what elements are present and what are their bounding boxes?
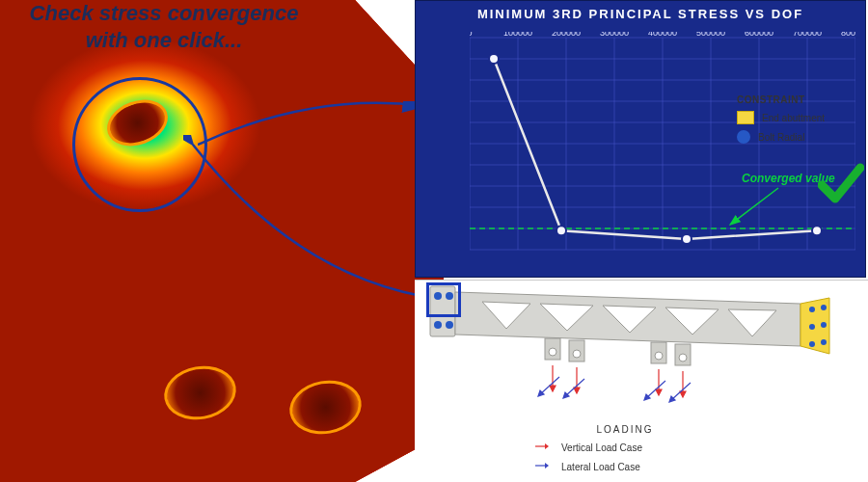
svg-text:0: 0: [470, 32, 473, 38]
headline-line2: with one click...: [86, 28, 243, 52]
svg-point-60: [679, 354, 687, 362]
legend-row: End abuttment: [737, 111, 862, 124]
svg-text:800000: 800000: [841, 32, 855, 38]
constraint-legend: CONSTRAINT End abuttment Bolt Radial: [737, 94, 862, 149]
bolt-radial-label: Bolt Radial: [758, 132, 804, 143]
svg-text:500000: 500000: [696, 32, 725, 38]
svg-line-65: [540, 377, 559, 394]
svg-text:300000: 300000: [600, 32, 629, 38]
svg-point-56: [573, 350, 581, 358]
headline-line1: Check stress convergence: [30, 1, 299, 25]
loading-legend: LOADING Vertical Load Case Lateral Load …: [529, 424, 721, 479]
svg-line-41: [730, 188, 778, 225]
vertical-arrow-icon: [529, 441, 554, 454]
end-abutment-label: End abuttment: [762, 113, 825, 123]
svg-point-50: [821, 322, 827, 328]
svg-point-51: [809, 341, 815, 347]
vertical-load-label: Vertical Load Case: [561, 442, 642, 453]
lateral-arrow-icon: [529, 460, 554, 473]
svg-point-49: [809, 324, 815, 330]
abutment-swatch: [737, 111, 754, 124]
chart-data-point: [489, 54, 499, 64]
legend-row: Lateral Load Case: [529, 460, 721, 473]
chart-data-point: [682, 234, 692, 244]
chart-plot-area: -36800-37000-37200-37400-37600-37800-380…: [470, 32, 855, 269]
svg-line-66: [565, 379, 584, 396]
svg-line-68: [671, 383, 691, 400]
chart-title: MINIMUM 3RD PRINCIPAL STRESS VS DOF: [416, 1, 865, 27]
loading-legend-title: LOADING: [529, 424, 721, 435]
chart-data-point: [556, 226, 566, 235]
headline-text: Check stress convergence with one click.…: [0, 0, 328, 53]
svg-line-67: [646, 381, 665, 398]
lateral-load-label: Lateral Load Case: [561, 462, 640, 472]
svg-point-47: [809, 307, 815, 312]
annotation-arrow-2: [183, 135, 444, 308]
svg-text:400000: 400000: [648, 32, 677, 38]
constraint-legend-title: CONSTRAINT: [737, 94, 862, 105]
svg-text:700000: 700000: [793, 32, 822, 38]
svg-text:100000: 100000: [503, 32, 532, 38]
legend-row: Bolt Radial: [737, 130, 862, 144]
svg-point-54: [549, 348, 556, 356]
svg-point-52: [821, 339, 827, 345]
svg-point-48: [821, 305, 827, 310]
highlight-rectangle: [426, 282, 461, 317]
svg-text:600000: 600000: [745, 32, 773, 38]
checkmark-icon: [818, 160, 864, 206]
svg-text:200000: 200000: [552, 32, 581, 38]
svg-point-46: [446, 321, 453, 329]
chart-data-point: [812, 226, 822, 235]
bolt-swatch: [737, 130, 750, 144]
svg-point-45: [434, 321, 442, 329]
svg-point-58: [655, 352, 663, 360]
legend-row: Vertical Load Case: [529, 441, 721, 454]
